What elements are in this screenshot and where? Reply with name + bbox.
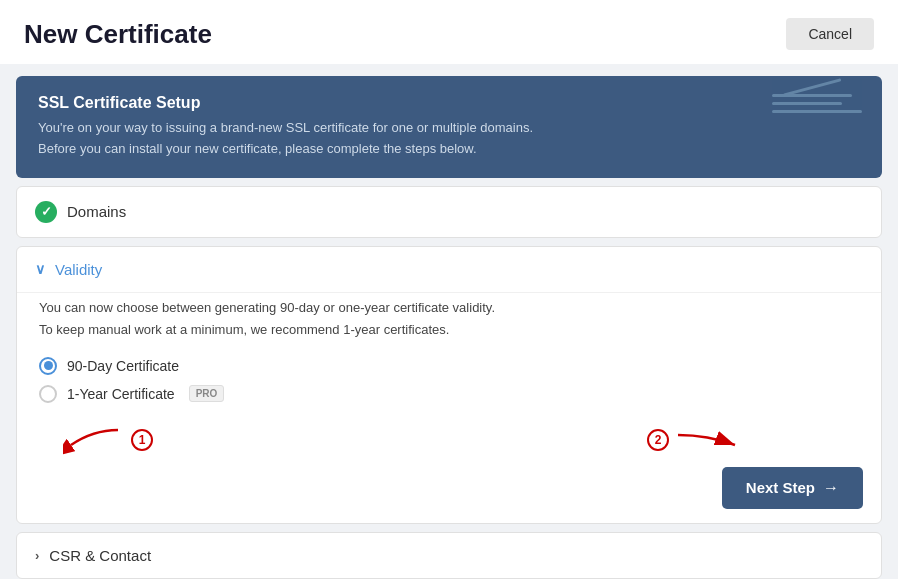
annotation1-badge: 1 xyxy=(131,429,153,451)
radio-options: 90-Day Certificate 1-Year Certificate PR… xyxy=(39,357,859,403)
domains-row: Domains xyxy=(17,187,881,237)
radio-option-90day[interactable]: 90-Day Certificate xyxy=(39,357,859,375)
ssl-banner: SSL Certificate Setup You're on your way… xyxy=(16,76,882,178)
main-content: SSL Certificate Setup You're on your way… xyxy=(0,64,898,579)
page-header: New Certificate Cancel xyxy=(0,0,898,64)
next-step-label: Next Step xyxy=(746,479,815,496)
next-step-button[interactable]: Next Step → xyxy=(722,467,863,509)
domains-label: Domains xyxy=(67,203,126,220)
csr-chevron-icon: › xyxy=(35,548,39,563)
validity-footer: Next Step → xyxy=(17,459,881,523)
radio-label-90day: 90-Day Certificate xyxy=(67,358,179,374)
pro-badge: PRO xyxy=(189,385,225,402)
validity-chevron-icon: ∨ xyxy=(35,261,45,277)
arrow1-svg xyxy=(63,425,123,455)
csr-label: CSR & Contact xyxy=(49,547,151,564)
validity-header[interactable]: ∨ Validity xyxy=(17,247,881,292)
domains-check-icon xyxy=(35,201,57,223)
left-annotation: 1 xyxy=(63,425,153,455)
next-step-arrow-icon: → xyxy=(823,479,839,497)
annotation2-badge: 2 xyxy=(647,429,669,451)
arrow2-svg xyxy=(673,425,743,455)
validity-label: Validity xyxy=(55,261,102,278)
radio-circle-90day[interactable] xyxy=(39,357,57,375)
validity-section: ∨ Validity You can now choose between ge… xyxy=(16,246,882,524)
domains-section[interactable]: Domains xyxy=(16,186,882,238)
csr-section[interactable]: › CSR & Contact xyxy=(16,532,882,579)
radio-circle-1year[interactable] xyxy=(39,385,57,403)
right-annotation: 2 xyxy=(643,425,743,455)
validity-body: You can now choose between generating 90… xyxy=(17,292,881,425)
ssl-banner-decoration xyxy=(772,86,862,113)
ssl-banner-text: You're on your way to issuing a brand-ne… xyxy=(38,118,718,160)
radio-option-1year[interactable]: 1-Year Certificate PRO xyxy=(39,385,859,403)
page-title: New Certificate xyxy=(24,19,212,50)
annotation-row: 1 2 xyxy=(17,425,881,459)
cancel-button[interactable]: Cancel xyxy=(786,18,874,50)
radio-label-1year: 1-Year Certificate xyxy=(67,386,175,402)
ssl-banner-title: SSL Certificate Setup xyxy=(38,94,860,112)
validity-description: You can now choose between generating 90… xyxy=(39,297,859,341)
